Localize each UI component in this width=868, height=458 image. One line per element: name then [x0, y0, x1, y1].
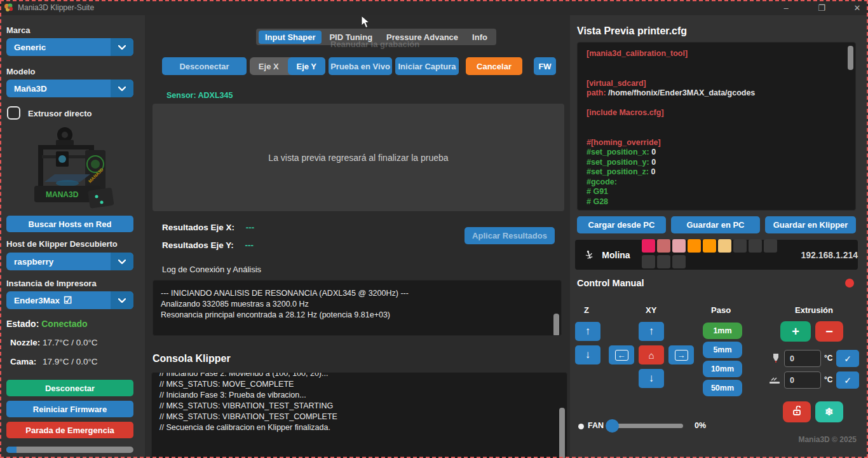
host-label: Host de Klipper Descubierto	[6, 239, 118, 249]
aplicar-resultados-button[interactable]: Aplicar Resultados	[465, 227, 555, 244]
cfg-line: #[homing_override]	[587, 138, 846, 148]
modelo-value: Maña3D	[14, 84, 47, 94]
chevron-down-icon	[111, 38, 133, 56]
mouse-cursor	[361, 15, 370, 29]
sidebar-progress-fill	[6, 447, 17, 453]
xy-left-button[interactable]: ←	[609, 345, 634, 364]
reiniciar-firmware-button[interactable]: Reiniciar Firmware	[6, 401, 133, 417]
preview-message: La vista previa regresará al finalizar l…	[268, 153, 448, 163]
window-title: Mania3D Klipper-Suite	[18, 3, 94, 12]
bed-temp-confirm-button[interactable]: ✓	[836, 371, 859, 389]
cama-value: 17.9°C / 0.0°C	[43, 357, 98, 366]
cfg-setx-value: 0	[651, 148, 656, 156]
xy-down-button[interactable]: ↓	[639, 369, 664, 388]
log-scrollbar-thumb[interactable]	[553, 314, 559, 336]
network-row[interactable]: Molina 192.168.1.214	[575, 240, 858, 270]
nozzle-temp-unit: °C	[824, 354, 832, 363]
record-dot-icon	[845, 279, 854, 288]
console-box: // Iniciando Fase 2: Moviendo a (100, 10…	[151, 372, 567, 458]
nozzle-temp-input[interactable]	[784, 350, 821, 367]
console-scrollbar-thumb[interactable]	[559, 408, 565, 458]
parada-emergencia-button[interactable]: Parada de Emergencia	[6, 422, 133, 438]
left-sidebar: Marca Generic Modelo Maña3D Extrusor dir…	[0, 15, 145, 458]
instancia-dropdown[interactable]: Ender3Max ☑	[6, 291, 133, 309]
bed-temp-input[interactable]	[784, 371, 821, 389]
signal-swatch	[733, 239, 747, 253]
snowflake-icon: ❄	[825, 406, 833, 417]
unlock-motors-button[interactable]	[783, 401, 811, 422]
xy-home-button[interactable]: ⌂	[639, 345, 664, 364]
eje-y-segment[interactable]: Eje Y	[288, 57, 326, 75]
signal-swatch	[718, 239, 731, 253]
iniciar-captura-button[interactable]: Iniciar Captura	[395, 57, 459, 75]
desconectar-button[interactable]: Desconectar	[6, 380, 133, 396]
cfg-sety-value: 0	[651, 158, 656, 167]
preview-area: La vista previa regresará al finalizar l…	[153, 104, 564, 211]
cfg-title: Vista Previa printer.cfg	[577, 25, 687, 37]
z-up-button[interactable]: ↑	[575, 322, 600, 341]
eje-x-segment[interactable]: Eje X	[250, 57, 288, 75]
marca-dropdown[interactable]: Generic	[6, 38, 133, 56]
fan-value: 0%	[695, 421, 706, 430]
buscar-hosts-button[interactable]: Buscar Hosts en Red	[6, 216, 133, 232]
host-dropdown[interactable]: raspberry	[6, 253, 133, 270]
fan-slider-track[interactable]	[607, 424, 683, 428]
modelo-dropdown[interactable]: Maña3D	[6, 80, 133, 97]
z-down-button[interactable]: ↓	[575, 345, 600, 364]
fw-button[interactable]: FW	[534, 57, 556, 75]
home-icon: ⌂	[648, 350, 654, 361]
restore-button[interactable]: ❐	[816, 3, 827, 13]
signal-swatches	[642, 239, 791, 271]
signal-swatch	[642, 255, 655, 268]
sidebar-progress-bar	[6, 447, 133, 453]
extrusion-label: Extrusión	[795, 305, 833, 315]
marca-value: Generic	[14, 43, 46, 52]
unlock-icon	[792, 406, 802, 416]
instancia-value: Ender3Max	[14, 296, 60, 305]
estado-label: Estado:	[6, 319, 39, 329]
fan-slider-knob[interactable]	[606, 419, 619, 433]
cancelar-button[interactable]: Cancelar	[466, 57, 522, 75]
sensor-label: Sensor:	[166, 91, 196, 100]
cargar-desde-pc-button[interactable]: Cargar desde PC	[577, 216, 666, 233]
cooldown-button[interactable]: ❄	[815, 401, 843, 422]
cfg-scrollbar-thumb[interactable]	[848, 46, 853, 70]
network-ip: 192.168.1.214	[801, 250, 858, 260]
guardar-en-klipper-button[interactable]: Guardar en Klipper	[765, 216, 856, 233]
paso-1mm-button[interactable]: 1mm	[703, 323, 742, 339]
cfg-line: [include Macros.cfg]	[587, 108, 846, 118]
toolbar-desconectar-button[interactable]: Desconectar	[162, 57, 247, 75]
tab-pid-tuning[interactable]: PID Tuning	[323, 31, 379, 44]
nozzle-value: 17.7°C / 0.0°C	[43, 338, 98, 347]
resultados-x-label: Resultados Eje X:	[162, 223, 234, 232]
antenna-icon	[582, 247, 596, 263]
extrude-plus-button[interactable]: +	[780, 321, 811, 342]
paso-50mm-button[interactable]: 50mm	[703, 380, 742, 396]
minimize-button[interactable]: –	[780, 3, 792, 13]
tab-info[interactable]: Info	[466, 31, 494, 44]
prueba-en-vivo-button[interactable]: Prueba en Vivo	[329, 57, 392, 75]
guardar-en-pc-button[interactable]: Guardar en PC	[671, 216, 760, 233]
close-button[interactable]: ✕	[851, 3, 863, 13]
tab-input-shaper[interactable]: Input Shaper	[259, 31, 322, 44]
bed-temp-unit: °C	[824, 375, 832, 384]
title-bar: Mania3D Klipper-Suite – ❐ ✕	[0, 0, 868, 15]
nozzle-temp-confirm-button[interactable]: ✓	[836, 350, 859, 367]
cfg-path-key: path:	[587, 88, 608, 97]
chevron-down-icon	[111, 253, 133, 270]
paso-5mm-button[interactable]: 5mm	[703, 342, 742, 358]
extrusor-checkbox[interactable]	[7, 106, 20, 120]
xy-up-button[interactable]: ↑	[639, 322, 664, 341]
chevron-down-icon	[111, 291, 133, 309]
chevron-down-icon	[111, 80, 133, 97]
extrude-minus-button[interactable]: −	[815, 321, 843, 342]
left-arrow-icon: ←	[615, 350, 628, 361]
signal-swatch	[672, 239, 686, 253]
xy-right-button[interactable]: →	[668, 345, 694, 364]
signal-swatch	[703, 239, 716, 253]
network-name: Molina	[602, 250, 630, 260]
paso-10mm-button[interactable]: 10mm	[703, 361, 742, 377]
fan-dot-icon	[578, 424, 584, 429]
log-box: --- INICIANDO ANALISIS DE RESONANCIA (AD…	[153, 280, 562, 336]
tab-pressure-advance[interactable]: Pressure Advance	[380, 31, 465, 44]
